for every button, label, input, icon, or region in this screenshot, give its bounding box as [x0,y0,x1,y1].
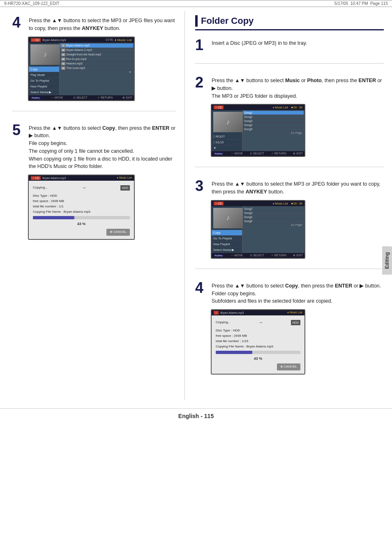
progress-percent: 43 % [33,221,130,227]
cancel-button-r4[interactable]: ⊗ CANCEL [277,363,300,370]
copy-screen-header: ○ CD Bryan Adams.mp3 ♦ Music List [29,175,134,181]
copying-file: Copying File Name : Bryan Adams.mp3 [33,209,130,215]
anykey-r3: Anykey [213,254,224,257]
screen-body-r3: ♪ Copy Go To Playlist New Playlist Selec… [212,206,304,253]
hdd-label: HDD [120,185,130,191]
screen-right-panel: MBryan Adams.mp3 MBryan Adams 2.mp3 MStr… [60,43,134,95]
file-item-5: MThis Love.mp3 [60,66,133,71]
progress-bar-container-r4 [216,351,300,354]
header-datetime: 5/17/05 10:47 PM Page 115 [334,1,388,6]
song1: Song1 [243,111,304,115]
screen-step4-right: ○ Bryan Adams.mp3 ♦ Music List Copying..… [211,309,384,375]
file-item-1: MBryan Adams 2.mp3 [60,48,133,53]
music-list-label: ♦ Music List [115,38,132,42]
editing-tab: Editing [382,246,392,275]
file-item-4: MHeaven.mp3 [60,62,133,66]
progress-bar-container [33,216,130,219]
footer-select-r3: ⊙ SELECT [250,254,264,257]
left-step-5: 5 Press the ▲▼ buttons to select Copy, t… [12,123,176,250]
step-text-r4: Press the ▲▼ buttons to select Copy, the… [212,280,381,305]
menu-play-mode: Play Mode [29,72,59,78]
cancel-button[interactable]: ⊗ CANCEL [106,229,130,236]
page-info-r2: 1/1 Page [243,131,304,134]
thumbnail-r3: ♪ [213,208,243,228]
menu-select-media-r3: Select Media ▶ [212,247,242,253]
progress-bar-fill-r4 [216,351,252,354]
file-item-0: MBryan Adams.mp3 [60,44,133,48]
header-file: 9-HR720-XAC_109-122_EDIT [4,1,60,6]
screen-footer-r2: Anykey ↔ MOVE ⊙ SELECT ✓ RETURN ⊗ EXIT [212,151,304,156]
copy-body-r4: Copying... → HDD Disc Type : HDD free sp… [212,315,304,374]
menu-select-media: Select Media ▶ [29,90,59,95]
screen-footer: Anykey ↔ MOVE ⊙ SELECT ✓ RETURN ⊗ EXIT [29,95,134,100]
menu-copy: Copy [29,67,59,72]
footer-select-r2: ⊙ SELECT [250,152,264,155]
song4: Song4 [243,123,304,127]
footer-move-r2: ↔ MOVE [231,152,243,155]
menu-go-playlist-r3: Go To Playlist [212,236,242,241]
footer-move-r3: ↔ MOVE [231,254,243,257]
song-r3-3: Song4 [243,215,304,219]
hdd-label-r4: HDD [291,320,300,325]
copy-body: Copying... → HDD Disc Type : HDD free sp… [29,181,134,239]
menu-new-playlist: New Playlist [29,84,59,90]
right-step-3: 3 Press the ▲▼ buttons to select the MP3… [195,179,384,269]
step-text-5: Press the ▲▼ buttons to select Copy, the… [29,123,176,171]
menu-copy-r3: Copy [212,230,242,236]
right-step-4: 4 Press the ▲▼ buttons to select Copy, t… [195,280,384,384]
screen-page-info: ▼ [60,71,133,74]
copy-screen: ○ CD Bryan Adams.mp3 ♦ Music List Copyin… [28,175,135,240]
free-space-r4: free space : 2939 MB [216,333,300,339]
screen-mockup: ○ CD Bryan Adams.mp3 1/3 B) ♦ Music List… [28,37,135,101]
menu-new-playlist-r3: New Playlist [212,241,242,247]
screen-footer-r3: Anykey ↔ MOVE ⊙ SELECT ✓ RETURN ⊗ EXIT [212,253,304,258]
screen-step5: ○ CD Bryan Adams.mp3 ♦ Music List Copyin… [28,175,176,240]
anykey-r2: Anykey [213,152,224,155]
copying-label-r4: Copying... [216,320,231,325]
step-text-4-left: Press the ▲▼ buttons to select the MP3 o… [29,15,176,32]
footer-exit-r3: ⊗ EXIT [293,254,303,257]
copy-screen-header-r4: ○ Bryan Adams.mp3 ♦ Music List [212,310,304,315]
song2: Song2 [243,115,304,119]
screen-left-r2: ♪ □ ROOT □ 01/15 ▼ [212,110,242,151]
screen-header: ○ CD Bryan Adams.mp3 1/3 B) ♦ Music List [29,37,134,43]
step-number-r4: 4 [195,280,208,295]
song-r3-1: Song2 [243,207,304,211]
song-r3-4: Song5 [243,219,304,223]
folder-root: □ ROOT [212,134,242,140]
total-files-r4: total file number : 1/16 [216,339,300,344]
step-number-r3: 3 [195,179,208,193]
file-item-2: MStraight from the heart.mp3 [60,53,133,57]
screen-step2-right: ○ CD ♦ Music List ■ 00 : 00 ♪ □ ROOT □ 0… [211,104,384,157]
anykey-btn: Anykey [30,96,41,99]
step-text-r3: Press the ▲▼ buttons to select the MP3 o… [212,179,384,196]
copying-label: Copying... [33,185,48,191]
footer-move: ↔ MOVE [51,96,63,99]
page-info-r3: 1/1 Page [243,223,304,226]
right-step-2: 2 Press the ▲▼ buttons to select Music o… [195,75,384,167]
page-number-text: English - 115 [178,413,214,419]
progress-bar-fill [33,216,74,219]
screen-left-r3: ♪ Copy Go To Playlist New Playlist Selec… [212,206,242,253]
cancel-btn-row: ⊗ CANCEL [33,229,130,236]
left-column: 4 Press the ▲▼ buttons to select the MP3… [0,11,185,400]
total-files: total file number : 1/1 [33,204,130,209]
page-footer: English - 115 [0,408,392,423]
screen-body-r2: ♪ □ ROOT □ 01/15 ▼ Song1 Song2 Song3 Son… [212,110,304,151]
footer-return: ✓ RETURN [97,96,113,99]
song5: Song5 [243,127,304,131]
step-number-5: 5 [12,123,25,138]
screen-right-r3: Song2 Song3 Song4 Song5 1/1 Page [242,206,304,253]
file-item-3: MRun to you.mp3 [60,57,133,62]
footer-exit-r2: ⊗ EXIT [293,152,303,155]
folder-01-15: □ 01/15 [212,140,242,145]
song-r3-2: Song3 [243,211,304,215]
copy-screen-r4: ○ Bryan Adams.mp3 ♦ Music List Copying..… [211,309,305,375]
footer-select: ⊙ SELECT [73,96,88,99]
screen-header-r2: ○ CD ♦ Music List ■ 00 : 00 [212,105,304,110]
left-step-4: 4 Press the ▲▼ buttons to select the MP3… [12,15,176,111]
step-number-r1: 1 [195,38,208,53]
right-step-1: 1 Insert a Disc (JPEG or MP3) in to the … [195,38,384,64]
progress-percent-r4: 43 % [216,356,300,361]
screen-left-panel: ♪ Copy Play Mode Go To Playlist New Play… [29,43,60,95]
